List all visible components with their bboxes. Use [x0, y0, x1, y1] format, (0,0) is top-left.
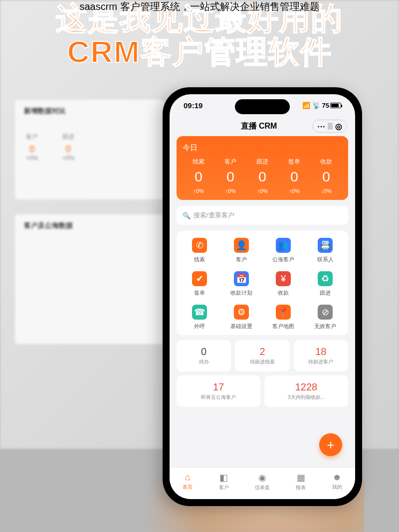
- app-icon: ✆: [192, 238, 207, 253]
- app-公海客户[interactable]: 👥公海客户: [262, 238, 304, 263]
- todo-card[interactable]: 18待跟进客户: [294, 340, 348, 371]
- tab-首页[interactable]: ⌂首页: [183, 472, 193, 491]
- bottom-tabbar: ⌂首页◧客户◉仪表盘▦报表☻我的: [170, 467, 355, 499]
- app-收款[interactable]: ¥收款: [262, 271, 304, 297]
- app-客户地图[interactable]: 📍客户地图: [262, 305, 304, 330]
- app-icon: ⚙: [234, 305, 249, 320]
- search-placeholder: 搜索/查重客户: [194, 211, 234, 220]
- app-跟进[interactable]: ♻跟进: [304, 271, 346, 297]
- tab-icon: ☻: [332, 472, 342, 483]
- app-icon: ✔: [192, 271, 207, 286]
- today-summary-panel[interactable]: 今日 线索0↑0%客户0↑0%跟进0↑0%签单0↑0%收款0↓0%: [177, 136, 348, 200]
- signal-icon: 📶: [302, 102, 310, 109]
- app-icon: 📇: [318, 238, 333, 253]
- tab-icon: ▦: [297, 472, 305, 483]
- metric-4[interactable]: 收款0↓0%: [310, 158, 342, 194]
- miniprogram-menu[interactable]: ⋯ ◎: [312, 120, 347, 133]
- bg-section2-title: 客户及公海数据: [24, 221, 156, 230]
- app-shortcut-grid: ✆线索👤客户👥公海客户📇联系人✔签单📅收款计划¥收款♻跟进☎外呼⚙基础设置📍客户…: [177, 231, 348, 335]
- app-签单[interactable]: ✔签单: [179, 271, 220, 297]
- metric-0[interactable]: 线索0↑0%: [183, 158, 214, 194]
- phone-frame: 09:19 📶 📡 75 直播 CRM ⋯ ◎ 今日 线索0↑: [163, 87, 362, 506]
- app-icon: ♻: [318, 271, 333, 286]
- tab-icon: ⌂: [185, 472, 191, 483]
- wifi-icon: 📡: [312, 102, 320, 109]
- plus-icon: +: [327, 437, 334, 453]
- metric-2[interactable]: 跟进0↑0%: [246, 158, 278, 194]
- today-label: 今日: [183, 143, 342, 153]
- todo-card[interactable]: 12283天内到期收款...: [264, 375, 348, 407]
- status-time: 09:19: [184, 101, 202, 110]
- app-icon: ☎: [192, 305, 207, 320]
- todo-card[interactable]: 0待办: [177, 340, 231, 371]
- app-外呼[interactable]: ☎外呼: [179, 305, 220, 330]
- todo-row-1: 0待办2待跟进线索18待跟进客户: [177, 340, 348, 371]
- app-客户[interactable]: 👤客户: [220, 238, 262, 263]
- app-titlebar: 直播 CRM ⋯ ◎: [170, 116, 355, 136]
- app-联系人[interactable]: 📇联系人: [304, 238, 346, 263]
- close-icon[interactable]: ◎: [333, 122, 345, 131]
- todo-row-2: 17即将丢公海客户12283天内到期收款...: [177, 375, 348, 407]
- tab-我的[interactable]: ☻我的: [332, 472, 342, 491]
- battery-indicator: 75: [322, 102, 341, 109]
- ad-caption: saascrm 客户管理系统，一站式解决企业销售管理难题: [0, 0, 399, 13]
- app-icon: 📍: [276, 305, 291, 320]
- app-icon: ¥: [276, 271, 291, 286]
- add-fab[interactable]: +: [319, 433, 342, 456]
- app-基础设置[interactable]: ⚙基础设置: [220, 305, 262, 330]
- search-input[interactable]: 🔍 搜索/查重客户: [177, 206, 348, 225]
- todo-card[interactable]: 2待跟进线索: [235, 340, 289, 371]
- metric-3[interactable]: 签单0↑0%: [278, 158, 310, 194]
- app-无效客户[interactable]: ⊘无效客户: [304, 305, 346, 330]
- app-icon: 👥: [276, 238, 291, 253]
- search-icon: 🔍: [183, 212, 191, 219]
- app-收款计划[interactable]: 📅收款计划: [220, 271, 262, 297]
- phone-screen: 09:19 📶 📡 75 直播 CRM ⋯ ◎ 今日 线索0↑: [170, 94, 355, 499]
- bg-section1-title: 新增数据对比: [24, 107, 156, 116]
- tab-仪表盘[interactable]: ◉仪表盘: [255, 472, 270, 491]
- metric-1[interactable]: 客户0↑0%: [214, 158, 246, 194]
- app-icon: 📅: [234, 271, 249, 286]
- tab-报表[interactable]: ▦报表: [296, 472, 306, 491]
- more-icon[interactable]: ⋯: [315, 122, 328, 131]
- todo-card[interactable]: 17即将丢公海客户: [177, 375, 260, 407]
- tab-客户[interactable]: ◧客户: [219, 472, 229, 491]
- content-area: 今日 线索0↑0%客户0↑0%跟进0↑0%签单0↑0%收款0↓0% 🔍 搜索/查…: [170, 136, 355, 467]
- app-title: 直播 CRM: [205, 121, 312, 132]
- phone-notch: [235, 99, 290, 114]
- app-icon: ⊘: [318, 305, 333, 320]
- tab-icon: ◧: [219, 472, 228, 483]
- app-icon: 👤: [234, 238, 249, 253]
- tab-icon: ◉: [258, 472, 266, 483]
- app-线索[interactable]: ✆线索: [179, 238, 220, 263]
